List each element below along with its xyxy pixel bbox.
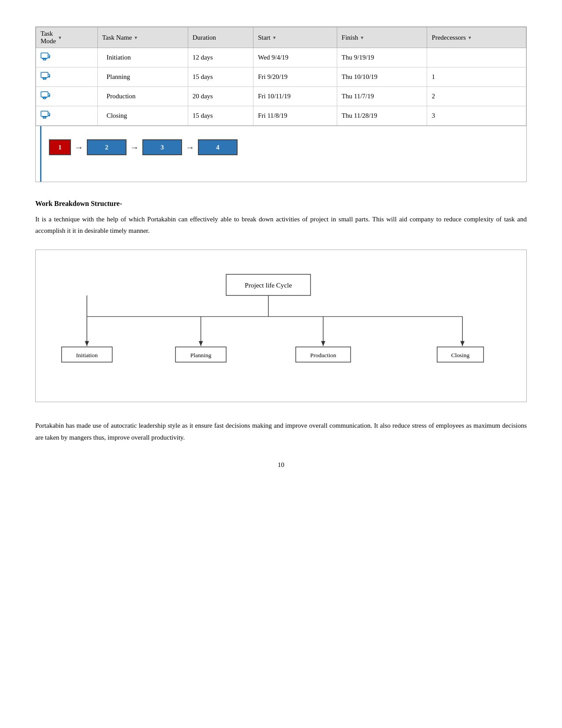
lifecycle-svg: Project life Cycle Initiation Planning P… [49, 268, 513, 382]
svg-rect-1 [42, 58, 47, 59]
duration-cell: 20 days [188, 87, 253, 106]
task-name-cell: Closing [97, 106, 188, 126]
predecessors-cell [427, 48, 526, 67]
start-cell: Fri 10/11/19 [253, 87, 337, 106]
gantt-bar-3: 3 [142, 139, 182, 155]
lifecycle-svg-wrapper: Project life Cycle Initiation Planning P… [49, 263, 513, 388]
task-mode-cell [36, 106, 98, 126]
task-table: TaskMode ▼ Task Name ▼ Duration Start ▼ … [36, 27, 526, 126]
task-mode-icon [41, 52, 50, 63]
gantt-bar-4: 4 [198, 139, 238, 155]
gantt-arrow-1: → [71, 139, 87, 155]
start-cell: Fri 11/8/19 [253, 106, 337, 126]
predecessors-cell: 2 [427, 87, 526, 106]
task-name-cell: Initiation [97, 48, 188, 67]
svg-marker-29 [199, 341, 203, 346]
svg-rect-16 [42, 116, 47, 117]
duration-cell: 15 days [188, 106, 253, 126]
svg-rect-6 [42, 78, 47, 78]
col-header-predecessors[interactable]: Predecessors ▼ [427, 27, 526, 48]
table-row: Production20 daysFri 10/11/19Thu 11/7/19… [36, 87, 526, 106]
table-row: Closing15 daysFri 11/8/19Thu 11/28/193 [36, 106, 526, 126]
col-header-start[interactable]: Start ▼ [253, 27, 337, 48]
bottom-paragraph: Portakabin has made use of autocratic le… [35, 420, 527, 444]
table-row: Initiation12 daysWed 9/4/19Thu 9/19/19 [36, 48, 526, 67]
gantt-bar-section: 1 → 2 → 3 → 4 [35, 126, 527, 182]
gantt-bar-1: 1 [49, 139, 71, 155]
predecessors-cell: 1 [427, 67, 526, 87]
col-header-task-mode[interactable]: TaskMode ▼ [36, 27, 98, 48]
svg-marker-33 [321, 341, 325, 346]
svg-rect-0 [41, 53, 48, 58]
task-mode-cell [36, 48, 98, 67]
col-header-task-name[interactable]: Task Name ▼ [97, 27, 188, 48]
predecessors-cell: 3 [427, 106, 526, 126]
start-cell: Fri 9/20/19 [253, 67, 337, 87]
svg-text:Initiation: Initiation [76, 352, 98, 358]
gantt-left-bar [40, 126, 41, 182]
wbs-heading: Work Breakdown Structure- [35, 200, 527, 208]
svg-text:Closing: Closing [451, 352, 470, 358]
task-mode-cell [36, 87, 98, 106]
task-mode-icon [41, 91, 50, 101]
task-mode-cell [36, 67, 98, 87]
finish-cell: Thu 9/19/19 [337, 48, 427, 67]
col-header-finish[interactable]: Finish ▼ [337, 27, 427, 48]
svg-rect-11 [42, 97, 47, 98]
gantt-row: 1 → 2 → 3 → 4 [49, 139, 513, 155]
svg-text:Planning: Planning [190, 352, 212, 358]
task-name-cell: Planning [97, 67, 188, 87]
lifecycle-title: Project life Cycle [245, 281, 292, 289]
svg-marker-25 [85, 341, 89, 346]
wbs-section: Work Breakdown Structure- It is a techni… [35, 200, 527, 236]
duration-cell: 12 days [188, 48, 253, 67]
wbs-paragraph: It is a technique with the help of which… [35, 214, 527, 236]
svg-rect-5 [41, 72, 48, 78]
col-header-duration[interactable]: Duration [188, 27, 253, 48]
page-number: 10 [35, 461, 527, 469]
task-name-cell: Production [97, 87, 188, 106]
finish-cell: Thu 10/10/19 [337, 67, 427, 87]
gantt-table-container: TaskMode ▼ Task Name ▼ Duration Start ▼ … [35, 26, 527, 126]
svg-marker-37 [460, 341, 465, 346]
start-cell: Wed 9/4/19 [253, 48, 337, 67]
svg-text:Production: Production [310, 352, 336, 358]
finish-cell: Thu 11/7/19 [337, 87, 427, 106]
table-row: Planning15 daysFri 9/20/19Thu 10/10/191 [36, 67, 526, 87]
svg-rect-10 [41, 92, 48, 97]
gantt-bar-2: 2 [87, 139, 127, 155]
gantt-arrow-2: → [127, 139, 142, 155]
duration-cell: 15 days [188, 67, 253, 87]
gantt-arrow-3: → [182, 139, 198, 155]
task-mode-icon [41, 72, 50, 82]
svg-rect-15 [41, 111, 48, 116]
task-mode-icon [41, 111, 50, 121]
finish-cell: Thu 11/28/19 [337, 106, 427, 126]
lifecycle-diagram-container: Project life Cycle Initiation Planning P… [35, 250, 527, 402]
